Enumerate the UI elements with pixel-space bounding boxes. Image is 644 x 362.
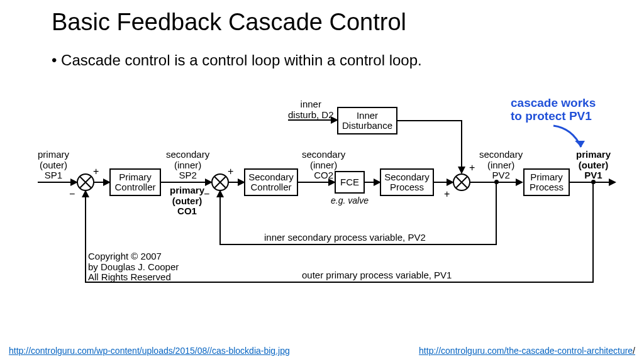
label-co1: primary (outer) CO1: [170, 185, 204, 217]
wire: [219, 244, 497, 245]
label-inner-feedback: inner secondary process variable, PV2: [264, 233, 426, 243]
label-outer-feedback: outer primary process variable, PV1: [302, 270, 452, 281]
arrow-right: [609, 178, 616, 186]
label-pv2: secondary (inner) PV2: [479, 150, 523, 181]
label-sp1: primary (outer) SP1: [38, 150, 69, 181]
label-inner-disturb: inner disturb, D2: [288, 99, 334, 120]
block-inner-disturbance: Inner Disturbance: [337, 107, 397, 134]
diagram: primary (outer) SP1 + − Primary Controll…: [38, 94, 616, 321]
link-text: http://controlguru.com/the-cascade-contr…: [419, 346, 633, 356]
wire: [592, 182, 594, 283]
arrow-up: [82, 190, 89, 197]
summing-junction-2: [211, 173, 229, 191]
block-secondary-process: Secondary Process: [380, 168, 434, 196]
wire: [219, 192, 221, 245]
wire: [461, 120, 462, 173]
source-link-article[interactable]: http://controlguru.com/the-cascade-contr…: [419, 346, 635, 356]
block-fce: FCE: [335, 171, 365, 194]
summing-junction-1: [77, 173, 94, 191]
copyright-text: Copyright © 2007 by Douglas J. Cooper Al…: [88, 251, 179, 283]
cascade-note: cascade works to protect PV1: [511, 97, 596, 123]
plus-sign: +: [228, 166, 233, 177]
wire: [397, 120, 461, 121]
arrow-right: [516, 178, 523, 186]
source-link-image[interactable]: http://controlguru.com/wp-content/upload…: [9, 346, 290, 356]
label-pv1: primary (outer) PV1: [576, 150, 611, 181]
wire: [85, 192, 86, 283]
trailing-slash: /: [633, 346, 635, 356]
block-primary-process: Primary Process: [523, 168, 570, 196]
plus-sign: +: [444, 189, 450, 200]
wire: [38, 182, 75, 183]
summing-junction-3: [453, 173, 470, 191]
label-sp2: secondary (inner) SP2: [166, 150, 209, 181]
wire: [496, 182, 497, 245]
minus-sign: −: [69, 189, 75, 200]
arrow-up: [216, 190, 224, 197]
curved-arrow-icon: [547, 122, 591, 153]
wire: [288, 119, 336, 121]
plus-sign: +: [469, 162, 475, 173]
plus-sign: +: [93, 166, 99, 177]
wire: [161, 182, 210, 183]
slide-title: Basic Feedback Cascade Control: [52, 9, 406, 36]
block-primary-controller: Primary Controller: [109, 168, 161, 196]
bullet-text: Cascade control is a control loop within…: [52, 52, 422, 69]
minus-sign: −: [204, 189, 209, 200]
block-secondary-controller: Secondary Controller: [244, 168, 298, 196]
arrow-down: [458, 167, 465, 174]
label-eg-valve: e.g. valve: [331, 196, 369, 206]
